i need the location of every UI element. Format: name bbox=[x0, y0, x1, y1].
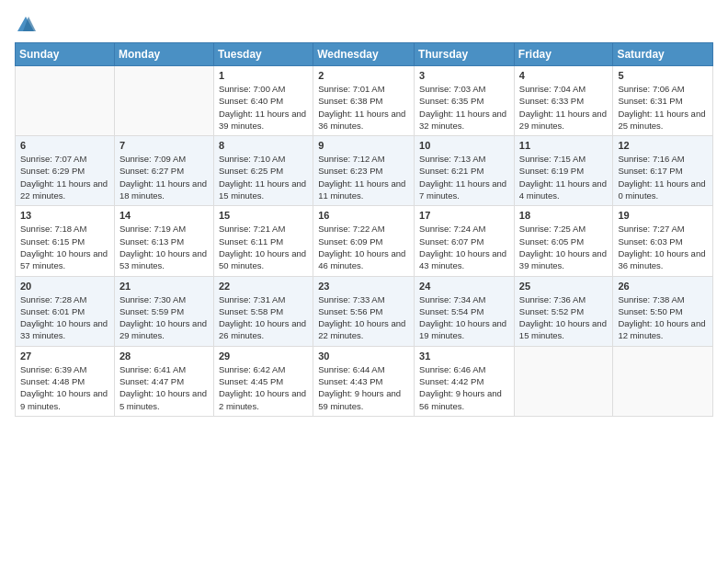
day-number: 2 bbox=[318, 70, 409, 81]
day-of-week-header: Saturday bbox=[613, 43, 713, 66]
calendar-cell: 27Sunrise: 6:39 AM Sunset: 4:48 PM Dayli… bbox=[16, 346, 115, 416]
calendar-table: SundayMondayTuesdayWednesdayThursdayFrid… bbox=[15, 42, 713, 417]
calendar-cell: 31Sunrise: 6:46 AM Sunset: 4:42 PM Dayli… bbox=[415, 346, 515, 416]
calendar-cell bbox=[114, 66, 213, 136]
day-number: 22 bbox=[219, 281, 308, 292]
day-info: Sunrise: 7:18 AM Sunset: 6:15 PM Dayligh… bbox=[20, 223, 109, 271]
calendar-cell: 15Sunrise: 7:21 AM Sunset: 6:11 PM Dayli… bbox=[213, 206, 313, 276]
day-number: 15 bbox=[219, 210, 308, 221]
day-number: 10 bbox=[419, 140, 509, 151]
day-number: 31 bbox=[419, 350, 509, 362]
calendar-cell: 2Sunrise: 7:01 AM Sunset: 6:38 PM Daylig… bbox=[313, 66, 415, 136]
calendar-cell: 4Sunrise: 7:04 AM Sunset: 6:33 PM Daylig… bbox=[514, 66, 613, 136]
calendar-cell bbox=[514, 346, 613, 416]
calendar-cell: 6Sunrise: 7:07 AM Sunset: 6:29 PM Daylig… bbox=[16, 136, 115, 206]
day-info: Sunrise: 6:42 AM Sunset: 4:45 PM Dayligh… bbox=[219, 363, 308, 412]
day-number: 4 bbox=[519, 70, 609, 81]
day-info: Sunrise: 7:21 AM Sunset: 6:11 PM Dayligh… bbox=[219, 223, 308, 271]
calendar-cell: 29Sunrise: 6:42 AM Sunset: 4:45 PM Dayli… bbox=[213, 346, 313, 416]
calendar-cell: 16Sunrise: 7:22 AM Sunset: 6:09 PM Dayli… bbox=[313, 206, 415, 276]
day-info: Sunrise: 7:07 AM Sunset: 6:29 PM Dayligh… bbox=[20, 153, 109, 201]
calendar-cell: 9Sunrise: 7:12 AM Sunset: 6:23 PM Daylig… bbox=[313, 136, 415, 206]
day-info: Sunrise: 7:06 AM Sunset: 6:31 PM Dayligh… bbox=[618, 83, 708, 132]
calendar-cell: 3Sunrise: 7:03 AM Sunset: 6:35 PM Daylig… bbox=[415, 66, 515, 136]
day-info: Sunrise: 7:30 AM Sunset: 5:59 PM Dayligh… bbox=[119, 293, 209, 342]
day-info: Sunrise: 7:36 AM Sunset: 5:52 PM Dayligh… bbox=[519, 293, 609, 342]
day-of-week-header: Friday bbox=[514, 43, 613, 66]
day-info: Sunrise: 6:46 AM Sunset: 4:42 PM Dayligh… bbox=[419, 363, 509, 412]
calendar-week-row: 1Sunrise: 7:00 AM Sunset: 6:40 PM Daylig… bbox=[16, 66, 713, 136]
calendar-cell: 1Sunrise: 7:00 AM Sunset: 6:40 PM Daylig… bbox=[213, 66, 313, 136]
day-info: Sunrise: 7:34 AM Sunset: 5:54 PM Dayligh… bbox=[419, 293, 509, 342]
logo bbox=[15, 15, 37, 35]
day-number: 3 bbox=[419, 70, 509, 81]
calendar-cell: 28Sunrise: 6:41 AM Sunset: 4:47 PM Dayli… bbox=[114, 346, 213, 416]
day-info: Sunrise: 7:10 AM Sunset: 6:25 PM Dayligh… bbox=[219, 153, 308, 201]
calendar-cell bbox=[16, 66, 115, 136]
day-of-week-header: Thursday bbox=[415, 43, 515, 66]
day-of-week-header: Monday bbox=[114, 43, 213, 66]
day-info: Sunrise: 7:33 AM Sunset: 5:56 PM Dayligh… bbox=[318, 293, 409, 342]
calendar-cell: 24Sunrise: 7:34 AM Sunset: 5:54 PM Dayli… bbox=[415, 276, 515, 346]
day-info: Sunrise: 7:31 AM Sunset: 5:58 PM Dayligh… bbox=[219, 293, 308, 342]
calendar-cell: 19Sunrise: 7:27 AM Sunset: 6:03 PM Dayli… bbox=[613, 206, 713, 276]
day-info: Sunrise: 7:38 AM Sunset: 5:50 PM Dayligh… bbox=[618, 293, 708, 342]
calendar-cell: 7Sunrise: 7:09 AM Sunset: 6:27 PM Daylig… bbox=[114, 136, 213, 206]
day-info: Sunrise: 7:03 AM Sunset: 6:35 PM Dayligh… bbox=[419, 83, 509, 132]
calendar-cell: 11Sunrise: 7:15 AM Sunset: 6:19 PM Dayli… bbox=[514, 136, 613, 206]
logo-icon bbox=[16, 15, 36, 35]
day-info: Sunrise: 6:39 AM Sunset: 4:48 PM Dayligh… bbox=[20, 363, 109, 412]
day-of-week-header: Sunday bbox=[16, 43, 115, 66]
day-number: 19 bbox=[618, 210, 708, 221]
day-info: Sunrise: 6:41 AM Sunset: 4:47 PM Dayligh… bbox=[119, 363, 209, 412]
day-info: Sunrise: 7:01 AM Sunset: 6:38 PM Dayligh… bbox=[318, 83, 409, 132]
day-number: 26 bbox=[618, 281, 708, 292]
day-info: Sunrise: 7:00 AM Sunset: 6:40 PM Dayligh… bbox=[219, 83, 308, 132]
calendar-cell bbox=[613, 346, 713, 416]
day-number: 16 bbox=[318, 210, 409, 221]
day-info: Sunrise: 6:44 AM Sunset: 4:43 PM Dayligh… bbox=[318, 363, 409, 412]
day-info: Sunrise: 7:16 AM Sunset: 6:17 PM Dayligh… bbox=[618, 153, 708, 201]
calendar-cell: 17Sunrise: 7:24 AM Sunset: 6:07 PM Dayli… bbox=[415, 206, 515, 276]
calendar-cell: 26Sunrise: 7:38 AM Sunset: 5:50 PM Dayli… bbox=[613, 276, 713, 346]
calendar-cell: 14Sunrise: 7:19 AM Sunset: 6:13 PM Dayli… bbox=[114, 206, 213, 276]
day-info: Sunrise: 7:19 AM Sunset: 6:13 PM Dayligh… bbox=[119, 223, 209, 271]
calendar-cell: 25Sunrise: 7:36 AM Sunset: 5:52 PM Dayli… bbox=[514, 276, 613, 346]
day-number: 14 bbox=[119, 210, 209, 221]
day-number: 1 bbox=[219, 70, 308, 81]
calendar-cell: 5Sunrise: 7:06 AM Sunset: 6:31 PM Daylig… bbox=[613, 66, 713, 136]
day-number: 29 bbox=[219, 350, 308, 362]
day-of-week-header: Wednesday bbox=[313, 43, 415, 66]
day-number: 21 bbox=[119, 281, 209, 292]
calendar-cell: 22Sunrise: 7:31 AM Sunset: 5:58 PM Dayli… bbox=[213, 276, 313, 346]
day-info: Sunrise: 7:24 AM Sunset: 6:07 PM Dayligh… bbox=[419, 223, 509, 271]
day-number: 6 bbox=[20, 140, 109, 151]
day-info: Sunrise: 7:13 AM Sunset: 6:21 PM Dayligh… bbox=[419, 153, 509, 201]
day-number: 20 bbox=[20, 281, 109, 292]
day-number: 25 bbox=[519, 281, 609, 292]
day-number: 30 bbox=[318, 350, 409, 362]
day-number: 12 bbox=[618, 140, 708, 151]
day-number: 13 bbox=[20, 210, 109, 221]
day-info: Sunrise: 7:28 AM Sunset: 6:01 PM Dayligh… bbox=[20, 293, 109, 342]
calendar-cell: 13Sunrise: 7:18 AM Sunset: 6:15 PM Dayli… bbox=[16, 206, 115, 276]
calendar-header-row: SundayMondayTuesdayWednesdayThursdayFrid… bbox=[16, 43, 713, 66]
day-number: 24 bbox=[419, 281, 509, 292]
day-info: Sunrise: 7:22 AM Sunset: 6:09 PM Dayligh… bbox=[318, 223, 409, 271]
calendar-week-row: 27Sunrise: 6:39 AM Sunset: 4:48 PM Dayli… bbox=[16, 346, 713, 416]
day-info: Sunrise: 7:15 AM Sunset: 6:19 PM Dayligh… bbox=[519, 153, 609, 201]
calendar-cell: 18Sunrise: 7:25 AM Sunset: 6:05 PM Dayli… bbox=[514, 206, 613, 276]
day-info: Sunrise: 7:12 AM Sunset: 6:23 PM Dayligh… bbox=[318, 153, 409, 201]
calendar-cell: 8Sunrise: 7:10 AM Sunset: 6:25 PM Daylig… bbox=[213, 136, 313, 206]
calendar-cell: 12Sunrise: 7:16 AM Sunset: 6:17 PM Dayli… bbox=[613, 136, 713, 206]
calendar-cell: 10Sunrise: 7:13 AM Sunset: 6:21 PM Dayli… bbox=[415, 136, 515, 206]
calendar-cell: 30Sunrise: 6:44 AM Sunset: 4:43 PM Dayli… bbox=[313, 346, 415, 416]
day-info: Sunrise: 7:25 AM Sunset: 6:05 PM Dayligh… bbox=[519, 223, 609, 271]
calendar-week-row: 13Sunrise: 7:18 AM Sunset: 6:15 PM Dayli… bbox=[16, 206, 713, 276]
day-of-week-header: Tuesday bbox=[213, 43, 313, 66]
day-number: 11 bbox=[519, 140, 609, 151]
calendar-cell: 20Sunrise: 7:28 AM Sunset: 6:01 PM Dayli… bbox=[16, 276, 115, 346]
day-info: Sunrise: 7:04 AM Sunset: 6:33 PM Dayligh… bbox=[519, 83, 609, 132]
day-number: 5 bbox=[618, 70, 708, 81]
calendar-week-row: 20Sunrise: 7:28 AM Sunset: 6:01 PM Dayli… bbox=[16, 276, 713, 346]
